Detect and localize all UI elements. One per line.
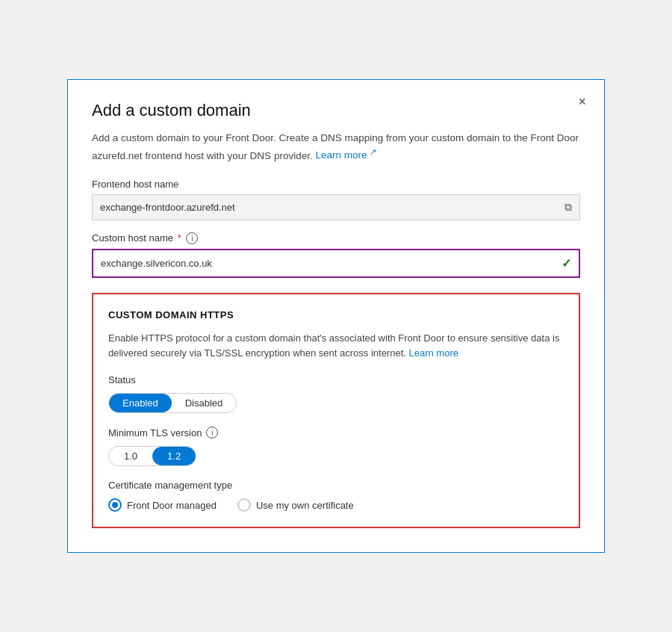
custom-host-field: ✓ bbox=[92, 249, 580, 278]
cert-management-label: Certificate management type bbox=[108, 480, 564, 491]
tls-12-button[interactable]: 1.2 bbox=[152, 447, 196, 465]
tls-version-label: Minimum TLS version i bbox=[108, 427, 564, 439]
status-enabled-button[interactable]: Enabled bbox=[109, 394, 172, 412]
https-learn-more-link[interactable]: Learn more bbox=[409, 347, 458, 359]
validation-checkmark: ✓ bbox=[561, 256, 571, 270]
dialog-description: Add a custom domain to your Front Door. … bbox=[92, 131, 580, 164]
cert-own-option[interactable]: Use my own certificate bbox=[237, 498, 354, 512]
cert-frontdoor-option[interactable]: Front Door managed bbox=[108, 498, 217, 512]
custom-host-input[interactable] bbox=[101, 258, 561, 269]
dialog-title: Add a custom domain bbox=[92, 101, 580, 120]
status-label: Status bbox=[108, 374, 564, 385]
description-learn-more-link[interactable]: Learn more ↗ bbox=[315, 149, 376, 161]
required-marker: * bbox=[178, 232, 181, 244]
frontend-host-label: Frontend host name bbox=[92, 179, 580, 190]
cert-radio-group: Front Door managed Use my own certificat… bbox=[108, 498, 564, 512]
https-section: CUSTOM DOMAIN HTTPS Enable HTTPS protoco… bbox=[92, 293, 580, 528]
cert-frontdoor-radio[interactable] bbox=[108, 498, 122, 512]
frontend-host-field: ⧉ bbox=[92, 194, 580, 220]
add-custom-domain-dialog: Add a custom domain × Add a custom domai… bbox=[67, 79, 605, 554]
status-disabled-button[interactable]: Disabled bbox=[172, 394, 237, 412]
radio-dot bbox=[112, 502, 118, 508]
cert-own-radio[interactable] bbox=[237, 498, 251, 512]
https-section-description: Enable HTTPS protocol for a custom domai… bbox=[108, 331, 564, 361]
copy-icon[interactable]: ⧉ bbox=[564, 201, 572, 214]
https-section-title: CUSTOM DOMAIN HTTPS bbox=[108, 309, 564, 320]
frontend-host-input[interactable] bbox=[100, 202, 564, 213]
external-link-icon: ↗ bbox=[370, 147, 376, 156]
status-toggle-group: Enabled Disabled bbox=[108, 393, 237, 413]
custom-host-label: Custom host name * i bbox=[92, 232, 580, 245]
tls-info-icon: i bbox=[206, 427, 218, 439]
close-button[interactable]: × bbox=[578, 95, 586, 108]
custom-host-info-icon: i bbox=[186, 232, 198, 244]
tls-10-button[interactable]: 1.0 bbox=[109, 447, 152, 465]
tls-toggle-group: 1.0 1.2 bbox=[108, 446, 196, 466]
